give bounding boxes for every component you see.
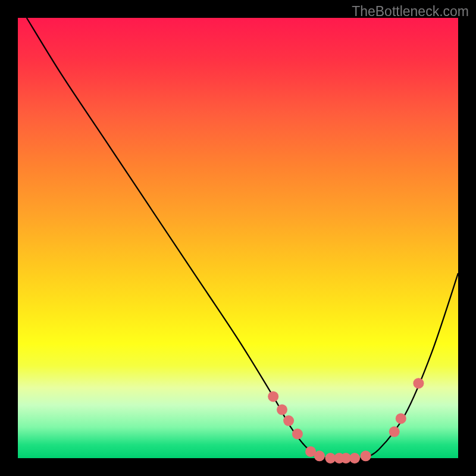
chart-svg [18,18,458,458]
watermark-text: TheBottleneck.com [352,4,469,20]
plot-area [18,18,458,458]
data-marker [349,453,360,464]
data-marker [389,427,400,437]
data-marker [283,415,294,426]
data-marker [292,428,303,439]
data-marker [396,413,406,424]
data-marker [314,450,325,461]
curve-markers [268,378,424,464]
data-marker [361,450,371,461]
chart-container: TheBottleneck.com [0,0,476,476]
data-marker [277,405,287,415]
data-marker [268,391,278,402]
data-marker [413,378,424,389]
bottleneck-curve [27,18,458,459]
